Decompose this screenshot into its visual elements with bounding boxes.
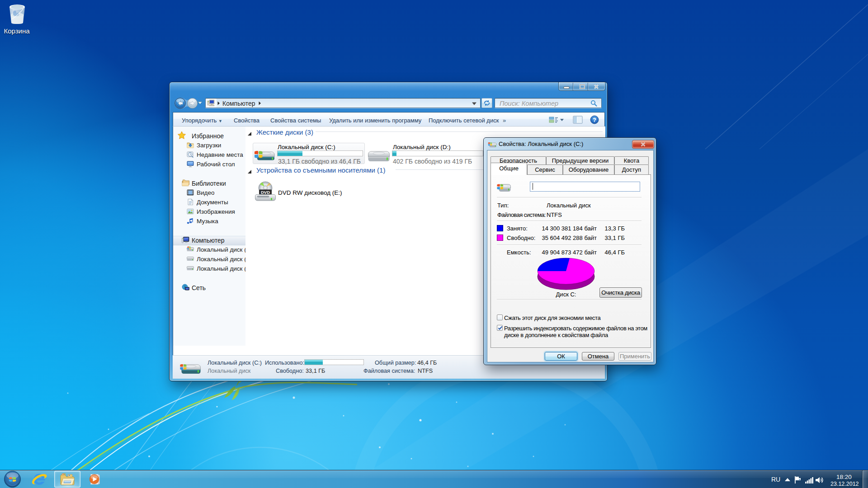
svg-text:?: ? bbox=[593, 117, 596, 123]
svg-text:DVD: DVD bbox=[261, 190, 270, 195]
